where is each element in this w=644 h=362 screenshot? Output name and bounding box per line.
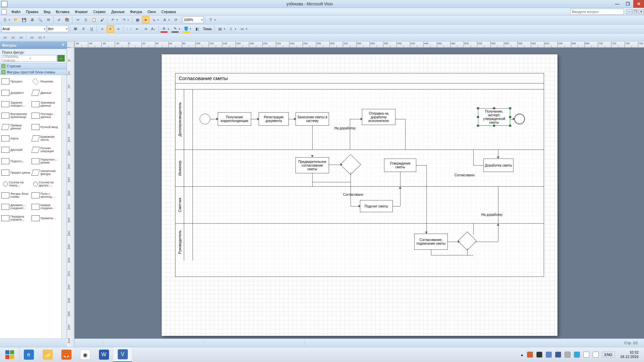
print-preview-button[interactable]: 🔍 <box>37 16 44 23</box>
canvas-viewport[interactable]: Согласование сметы Делопроизводитель Пол… <box>74 48 644 347</box>
stencil-shape[interactable]: Ручная операция <box>31 144 61 156</box>
save-button[interactable]: 💾 <box>20 16 28 23</box>
stencil-shape[interactable]: Примеча... <box>31 213 61 224</box>
box-approve-estimate[interactable]: Утверждение сметы <box>384 159 416 172</box>
tray-network-icon[interactable] <box>583 352 589 358</box>
help-button[interactable]: ? <box>207 16 214 23</box>
bullets-button[interactable]: ⋮⋮ <box>125 25 133 33</box>
decision-2[interactable] <box>458 232 477 251</box>
stencil-shape[interactable]: Подгото... <box>1 156 31 167</box>
taskbar-firefox-icon[interactable]: 🦊 <box>57 347 76 362</box>
format-painter-button[interactable]: 🖌 <box>98 16 106 23</box>
doc-minimize-button[interactable]: — <box>627 9 632 14</box>
stencil-shape[interactable]: Решение <box>31 76 61 87</box>
stencil-shape[interactable]: Данные <box>31 87 61 99</box>
align-right-button[interactable]: ≡ <box>115 25 122 33</box>
box-return-rework[interactable]: Отправка на доработку исполнителю <box>362 109 395 125</box>
email-button[interactable]: ✉ <box>45 16 52 23</box>
lane-2[interactable]: Инженер Предварительное согласование сме… <box>175 150 544 187</box>
lane-4[interactable]: Руководитель Согласование, подписание см… <box>175 224 544 260</box>
stencil-shape[interactable]: Бумажная лента <box>31 133 61 144</box>
menu-file[interactable]: Файл <box>9 9 23 15</box>
spelling-button[interactable]: ✔ <box>55 16 63 23</box>
paste-button[interactable]: 📋 <box>90 16 98 23</box>
box-rework-estimate[interactable]: Доработка сметы <box>483 159 514 172</box>
start-event[interactable] <box>200 114 210 124</box>
swimlane-pool[interactable]: Согласование сметы Делопроизводитель Пол… <box>175 73 544 277</box>
tray-icon-1[interactable] <box>527 352 533 358</box>
language-indicator[interactable]: ENG <box>602 352 615 358</box>
restore-button[interactable]: ❐ <box>623 0 633 8</box>
taskbar-explorer-icon[interactable]: 📁 <box>38 347 57 362</box>
lane-3-label[interactable]: Сметчик <box>175 187 184 223</box>
open-button[interactable]: 📂 <box>12 16 20 23</box>
copy-button[interactable]: ⎘ <box>82 16 90 23</box>
align-shapes-button[interactable]: ▤ <box>216 25 224 33</box>
stencil-shape[interactable]: Ссылка на другую ... <box>31 178 61 190</box>
fill-color-button[interactable]: 🪣 <box>182 25 190 33</box>
decrease-indent-button[interactable]: ⇤ <box>133 25 141 33</box>
connect-shapes-button[interactable]: ⫘ <box>238 25 246 33</box>
align-left-button[interactable]: ≡ <box>99 25 106 33</box>
font-color-button[interactable]: A <box>160 25 168 33</box>
taskbar-word-icon[interactable]: W <box>95 347 113 362</box>
connector-tool-button[interactable]: ↘ <box>150 16 157 23</box>
stencil-shape[interactable]: Кривая соедини... <box>31 201 61 213</box>
font-select[interactable]: Arial▾ <box>1 25 46 32</box>
tray-skype-icon[interactable] <box>574 352 580 358</box>
new-button[interactable]: 🗋 <box>1 16 9 23</box>
action-btn-1[interactable]: ▭ <box>1 34 9 41</box>
text-tool-button[interactable]: A <box>161 16 168 23</box>
tray-icon-2[interactable] <box>536 352 542 358</box>
stencil-shape[interactable]: Передача управле... <box>1 213 31 224</box>
stencil-shape[interactable]: Предел цикла <box>1 167 31 178</box>
shapes-panel-close-icon[interactable]: ✕ <box>61 43 65 48</box>
menu-tools[interactable]: Сервис <box>91 9 109 15</box>
stencil-shape[interactable]: Динамич... соединит... <box>1 201 31 213</box>
tray-chevron-icon[interactable]: ▲ <box>520 353 524 357</box>
box-sign-estimate[interactable]: Согласование, подписание сметы <box>414 234 448 250</box>
action-btn-4[interactable]: ▭ <box>28 34 36 41</box>
box-enter-system[interactable]: Занесение сметы в систему <box>296 112 329 126</box>
horizontal-ruler[interactable]: -80-60-40-200204060801001201401601802002… <box>74 42 644 48</box>
box-export-approved[interactable]: Получение, экспорт, утвержденной сметы <box>478 108 510 126</box>
stencil-shape[interactable]: Документ <box>1 87 31 99</box>
system-menu-icon[interactable] <box>1 9 7 14</box>
stencil-shape[interactable]: Карта <box>1 133 31 144</box>
connector-dropdown[interactable]: ▾ <box>157 18 160 21</box>
shadow-button[interactable]: ◧ <box>194 25 201 33</box>
action-btn-3[interactable]: ▭ <box>17 34 25 41</box>
stencil-basic-header[interactable]: Фигуры простой блок-схемы <box>0 69 67 75</box>
help-search-input[interactable] <box>570 9 624 15</box>
menu-view[interactable]: Вид <box>41 9 53 15</box>
rotate-button[interactable]: ⟳ <box>172 16 179 23</box>
zoom-select[interactable]: 100%▾ <box>183 16 204 23</box>
connect-dropdown[interactable]: ▾ <box>246 27 249 31</box>
menu-edit[interactable]: Правка <box>23 9 41 15</box>
stencil-shape[interactable]: Процесс <box>1 76 31 87</box>
stencil-shape[interactable]: Дисплей <box>1 144 31 156</box>
tray-icon-5[interactable] <box>565 352 571 358</box>
pool-title[interactable]: Согласование сметы <box>175 73 544 83</box>
lane-4-label[interactable]: Руководитель <box>175 224 184 260</box>
distribute-button[interactable]: ⫴ <box>227 25 235 33</box>
align-shapes-dropdown[interactable]: ▾ <box>224 27 227 31</box>
box-calculate-estimate[interactable]: Подсчет сметы <box>360 200 393 212</box>
align-center-button[interactable]: ≡ <box>107 25 114 33</box>
fill-color-dropdown[interactable]: ▾ <box>190 27 193 31</box>
stencil-shape[interactable]: Ручной ввод <box>31 121 61 133</box>
stencil-shape[interactable]: Заранее определ... <box>1 99 31 110</box>
tray-volume-icon[interactable] <box>593 352 599 358</box>
lane-1-label[interactable]: Делопроизводитель <box>175 89 184 149</box>
taskbar-ie-icon[interactable]: e <box>19 347 38 362</box>
box-register-doc[interactable]: Регистрация документа <box>259 112 289 126</box>
stencil-shape[interactable]: Оконечная фигура <box>31 167 61 178</box>
redo-dropdown[interactable]: ▾ <box>127 18 130 21</box>
shapes-window-button[interactable]: ▦ <box>134 16 141 23</box>
vertical-ruler[interactable]: 0204060801001201401601802002202402602803… <box>67 48 74 347</box>
print-button[interactable]: 🖶 <box>29 16 36 23</box>
taskbar-chrome-icon[interactable]: ◉ <box>76 347 95 362</box>
underline-button[interactable]: Ч <box>88 25 95 33</box>
help-dropdown[interactable]: ▾ <box>214 18 217 21</box>
distribute-dropdown[interactable]: ▾ <box>235 27 238 31</box>
